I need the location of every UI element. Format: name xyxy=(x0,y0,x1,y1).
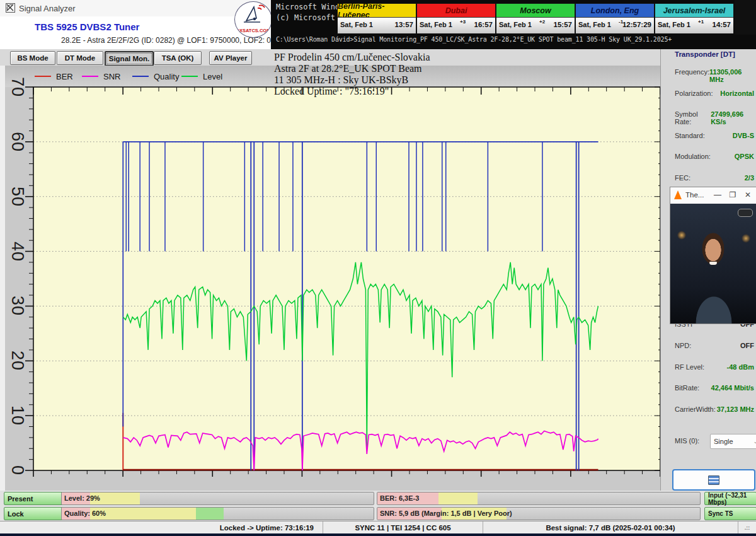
field-label: RF Level: xyxy=(675,363,704,371)
footer-sync-counters: SYNC 11 | TEI 1254 | CC 605 xyxy=(323,521,483,534)
chart-annotation: PF Prodelin 450 cm/Lučenec-SlovakiaAstra… xyxy=(274,52,665,97)
bar-label: SNR: 5,9 dB (Margin: 1,5 dB | Very Poor) xyxy=(380,510,512,517)
clock-time: 12:57:29 xyxy=(622,21,651,28)
y-tick-label: 20 xyxy=(5,348,30,373)
field-value: 27499,696 KS/s xyxy=(711,110,754,125)
vlc-video-window[interactable]: The... — ❐ ✕ xyxy=(670,187,756,324)
mode-button-dt-mode[interactable]: DT Mode xyxy=(57,51,103,65)
clock-utc-offset: +2 xyxy=(539,19,545,25)
mode-button-av-player[interactable]: AV Player xyxy=(209,51,252,65)
field-label: Modulation: xyxy=(675,153,711,160)
footer-uptime: Locked -> Uptime: 73:16:19 xyxy=(0,521,323,534)
logo-caption: DXSATCS.COM xyxy=(235,28,272,33)
minimize-button[interactable]: — xyxy=(713,190,723,199)
close-button[interactable]: ✕ xyxy=(743,190,753,199)
clock-time: 16:57 xyxy=(474,21,493,28)
legend-label: Quality xyxy=(154,72,179,81)
bar-label: Level: 29% xyxy=(64,494,100,502)
clock-time: 15:57 xyxy=(554,21,572,28)
video-frame[interactable] xyxy=(670,204,756,323)
field-value: DVB-S xyxy=(733,132,754,139)
taskbar-edge xyxy=(0,533,756,536)
resize-grip[interactable]: .:: xyxy=(738,521,756,534)
mode-button-tsa-ok-[interactable]: TSA (OK) xyxy=(154,51,202,65)
clock-city: Berlin-Paris-Lučenec xyxy=(338,4,416,17)
clock-dubai: DubaiSat, Feb 1+316:57 xyxy=(417,4,496,33)
clock-date: Sat, Feb 1 xyxy=(340,21,373,28)
bar-fill-segment xyxy=(196,508,224,520)
clock-city: Moscow xyxy=(496,4,575,17)
legend-line-swatch xyxy=(82,76,98,77)
bar-label: BER: 6,3E-3 xyxy=(380,494,419,502)
field-value: -48 dBm xyxy=(727,363,754,371)
field-label: Polarization: xyxy=(675,90,713,97)
mis-value: Single xyxy=(714,438,733,445)
legend-line-swatch xyxy=(35,76,51,77)
field-bitrate: BitRate:42,464 Mbit/s xyxy=(675,384,754,392)
y-tick-label: 70 xyxy=(5,74,30,100)
clock-city: Dubai xyxy=(417,4,495,17)
field-label: Standard: xyxy=(675,132,705,139)
clock-date: Sat, Feb 1 xyxy=(578,21,611,28)
clock-date: Sat, Feb 1 xyxy=(658,21,690,28)
clock-city: London, Eng xyxy=(576,4,654,17)
annotation-line: Astra 2F at 28.2°E_UK SPOT Beam xyxy=(274,63,665,74)
mode-button-bs-mode[interactable]: BS Mode xyxy=(10,51,55,65)
transponder-panel-title: Transponder [DT] xyxy=(675,50,735,58)
video-person xyxy=(697,228,730,274)
clock-date: Sat, Feb 1 xyxy=(499,21,532,28)
progress-bar-snr: SNR: 5,9 dB (Margin: 1,5 dB | Very Poor) xyxy=(377,507,701,520)
terminal-text-line: (c) Microsoft xyxy=(276,13,335,22)
mis-label: MIS (0): xyxy=(675,437,699,445)
y-tick-label: 10 xyxy=(5,403,30,428)
clock-london-eng: London, EngSat, Feb 1-112:57:29 xyxy=(576,4,655,33)
clock-moscow: MoscowSat, Feb 1+215:57 xyxy=(496,4,576,33)
mode-button-signal-mon-[interactable]: Signal Mon. xyxy=(105,51,154,66)
annotation-line: Locked Uptime : "73:16:19" xyxy=(274,86,665,97)
field-label: FEC: xyxy=(675,174,690,182)
field-value: QPSK xyxy=(735,153,754,160)
tuner-name: TBS 5925 DVBS2 Tuner xyxy=(35,21,139,32)
field-label: BitRate: xyxy=(675,384,699,392)
progress-bar-level: Level: 29% xyxy=(61,492,374,505)
signal-chart xyxy=(33,87,660,470)
field-frequency: Frequency:11305,006 MHz xyxy=(675,68,754,83)
annotation-line: 11 305 MHz-H : Sky UK-BSkyB xyxy=(274,74,665,86)
clock-time-row: Sat, Feb 1+215:57 xyxy=(496,17,575,33)
clock-time: 13:57 xyxy=(395,21,413,28)
stream-list-button[interactable] xyxy=(672,469,755,491)
field-npd: NPD:OFF xyxy=(675,342,754,349)
mis-dropdown[interactable]: Single ⌄ xyxy=(710,434,756,449)
video-titlebar[interactable]: The... — ❐ ✕ xyxy=(670,187,756,204)
field-standard: Standard:DVB-S xyxy=(675,132,754,139)
clock-date: Sat, Feb 1 xyxy=(420,21,452,28)
maximize-button[interactable]: ❐ xyxy=(728,190,738,199)
field-label: Symbol Rate: xyxy=(675,110,711,125)
field-label: Frequency: xyxy=(675,68,709,83)
field-value: 37,123 MHz xyxy=(717,405,754,413)
clock-time-row: Sat, Feb 1+114:57 xyxy=(655,17,733,33)
field-label: NPD: xyxy=(675,342,691,349)
legend-item-ber: BER xyxy=(35,66,73,87)
status-badge-present: Present xyxy=(4,492,64,505)
status-badge-input-rate: Input (~32,31 Mbps) xyxy=(704,492,756,505)
annotation-line: PF Prodelin 450 cm/Lučenec-Slovakia xyxy=(274,52,665,63)
vlc-cone-icon xyxy=(674,190,682,199)
legend-label: BER xyxy=(56,72,73,81)
bar-label: Quality: 60% xyxy=(64,510,106,517)
legend-item-snr: SNR xyxy=(82,66,120,87)
satellite-dish-icon xyxy=(6,3,15,13)
progress-bar-ber: BER: 6,3E-3 xyxy=(377,492,701,505)
y-tick-label: 30 xyxy=(5,293,30,318)
clock-utc-offset: +3 xyxy=(460,19,466,25)
clock-berlin-paris-lu-enec: Berlin-Paris-LučenecSat, Feb 113:57 xyxy=(338,4,417,33)
y-tick-label: 60 xyxy=(5,129,30,154)
field-rflevel: RF Level:-48 dBm xyxy=(675,363,754,371)
field-label: CarrierWidth: xyxy=(675,405,716,413)
terminal-text-line: Microsoft Wind xyxy=(276,3,340,11)
status-footer: Locked -> Uptime: 73:16:19 SYNC 11 | TEI… xyxy=(0,521,756,534)
terminal-prompt: C:\Users\Roman Dávid>Signal Monitoring_P… xyxy=(276,36,672,43)
dxsatcs-logo: DXSATCS.COM xyxy=(234,1,272,38)
y-tick-label: 50 xyxy=(5,184,30,209)
clock-time-row: Sat, Feb 1+316:57 xyxy=(417,17,495,33)
